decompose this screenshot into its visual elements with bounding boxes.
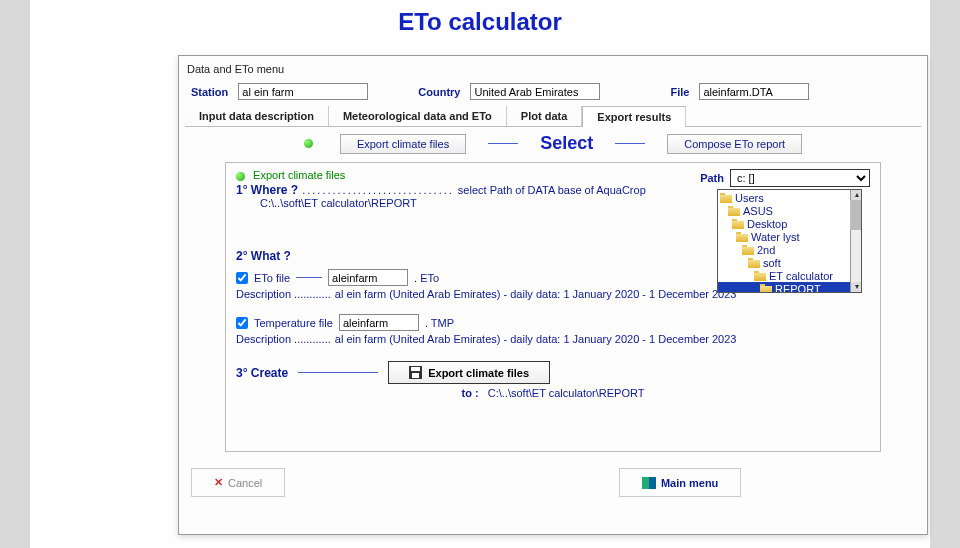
step1-instruction: select Path of DATA base of AquaCrop (458, 184, 646, 196)
tab-input-description[interactable]: Input data description (185, 106, 329, 126)
eto-description: al ein farm (United Arab Emirates) - dai… (335, 288, 737, 300)
file-input[interactable] (699, 83, 809, 100)
export-climate-files-button[interactable]: Export climate files (388, 361, 550, 384)
active-mode-dot-icon (304, 139, 313, 148)
eto-ext: . ETo (414, 272, 439, 284)
station-input[interactable] (238, 83, 368, 100)
folder-icon (728, 206, 740, 216)
description-label: Description ............ (236, 333, 331, 345)
cancel-button[interactable]: ✕ Cancel (191, 468, 285, 497)
file-label: File (670, 86, 689, 98)
folder-icon (736, 232, 748, 242)
folder-icon (742, 245, 754, 255)
tree-scrollbar[interactable]: ▴ ▾ (850, 190, 861, 292)
dots: .............................. (302, 184, 454, 196)
main-menu-button[interactable]: Main menu (619, 468, 741, 497)
step3-title: 3° Create (236, 366, 288, 380)
path-label: Path (700, 172, 724, 184)
country-input[interactable] (470, 83, 600, 100)
save-icon (409, 366, 422, 379)
tab-export-results[interactable]: Export results (582, 106, 686, 127)
panel-heading: Export climate files (253, 169, 345, 181)
dialog-data-eto-menu: Data and ETo menu Station Country File I… (178, 55, 928, 535)
to-label: to : (462, 387, 479, 399)
export-climate-files-mode-button[interactable]: Export climate files (340, 134, 466, 154)
to-path: C:\..\soft\ET calculator\REPORT (488, 387, 645, 399)
scroll-down-icon[interactable]: ▾ (851, 282, 862, 292)
eto-file-input[interactable] (328, 269, 408, 286)
app-title: ETo calculator (30, 8, 930, 36)
dialog-title: Data and ETo menu (185, 60, 921, 83)
step1-title: 1° Where ? (236, 183, 298, 197)
folder-icon (748, 258, 760, 268)
description-label: Description ............ (236, 288, 331, 300)
scroll-thumb[interactable] (850, 200, 861, 230)
country-label: Country (418, 86, 460, 98)
drive-select[interactable]: c: [] (730, 169, 870, 187)
panel-dot-icon (236, 172, 245, 181)
eto-file-label: ETo file (254, 272, 290, 284)
divider-line (488, 143, 518, 144)
select-label: Select (540, 133, 593, 154)
door-icon (642, 477, 656, 489)
temp-file-checkbox[interactable] (236, 317, 248, 329)
scroll-up-icon[interactable]: ▴ (851, 190, 862, 200)
folder-icon (720, 193, 732, 203)
folder-icon (760, 284, 772, 294)
export-panel: Export climate files Path c: [] 1° Where… (225, 162, 881, 452)
folder-icon (732, 219, 744, 229)
compose-eto-report-mode-button[interactable]: Compose ETo report (667, 134, 802, 154)
station-label: Station (191, 86, 228, 98)
temp-description: al ein farm (United Arab Emirates) - dai… (335, 333, 737, 345)
divider-line (615, 143, 645, 144)
tab-meteo[interactable]: Meteorological data and ETo (329, 106, 507, 126)
tab-plot[interactable]: Plot data (507, 106, 582, 126)
temp-file-input[interactable] (339, 314, 419, 331)
close-icon: ✕ (214, 476, 223, 489)
folder-icon (754, 271, 766, 281)
folder-tree[interactable]: Users ASUS Desktop Water lyst 2nd soft E… (717, 189, 862, 293)
eto-file-checkbox[interactable] (236, 272, 248, 284)
divider-line (298, 372, 378, 373)
temp-file-label: Temperature file (254, 317, 333, 329)
temp-ext: . TMP (425, 317, 454, 329)
